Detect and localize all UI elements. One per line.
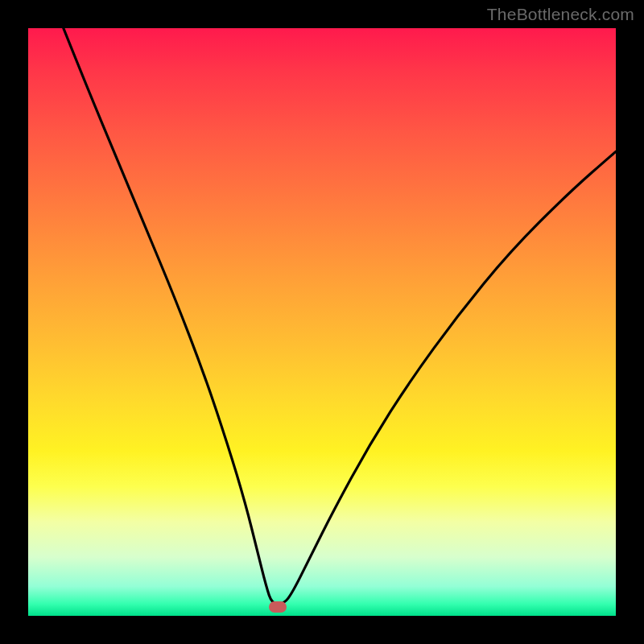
watermark-text: TheBottleneck.com [487,5,634,24]
plot-area [28,28,616,616]
bottleneck-curve [64,28,616,604]
curve-svg [28,28,616,616]
optimal-marker [269,601,287,613]
chart-frame: TheBottleneck.com [0,0,644,644]
